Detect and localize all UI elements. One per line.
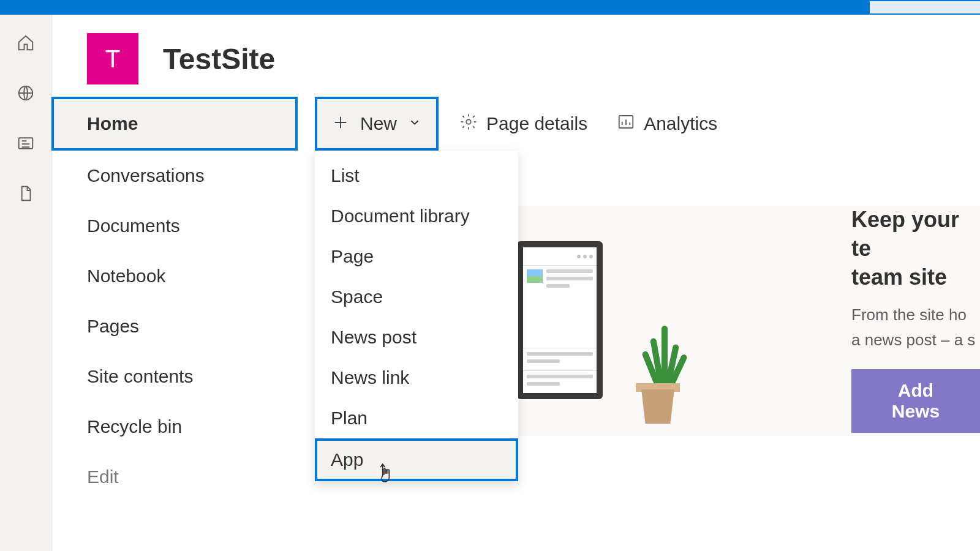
nav-item-pages[interactable]: Pages [51, 301, 315, 351]
plus-icon [332, 114, 349, 133]
new-button[interactable]: New [315, 97, 439, 151]
nav-item-site-contents[interactable]: Site contents [51, 351, 315, 402]
nav-edit-link[interactable]: Edit [51, 452, 315, 502]
page-details-button[interactable]: Page details [446, 113, 601, 135]
nav-item-home[interactable]: Home [51, 97, 298, 151]
site-logo[interactable]: T [87, 33, 138, 84]
analytics-label: Analytics [644, 113, 717, 134]
new-menu-list[interactable]: List [315, 156, 518, 196]
document-icon[interactable] [16, 184, 36, 203]
nav-item-conversations[interactable]: Conversations [51, 151, 315, 201]
command-bar: New Page details [315, 97, 980, 151]
plant-illustration [633, 326, 682, 424]
body-area: Home Conversations Documents Notebook Pa… [51, 97, 980, 551]
nav-item-documents[interactable]: Documents [51, 201, 315, 251]
add-news-button[interactable]: Add News [851, 369, 980, 433]
new-menu-news-post[interactable]: News post [315, 317, 518, 358]
svg-point-2 [466, 119, 471, 124]
news-text-panel: Keep your te team site From the site ho … [851, 206, 980, 436]
gear-icon [459, 113, 478, 135]
news-body-line2: a news post – a s [851, 329, 980, 351]
chevron-down-icon [408, 116, 421, 132]
cursor-pointer-icon [377, 463, 393, 487]
tablet-illustration [517, 241, 609, 400]
new-menu-app[interactable]: App [315, 438, 518, 481]
site-title: TestSite [163, 42, 275, 76]
new-menu-plan[interactable]: Plan [315, 398, 518, 438]
news-heading-line2: team site [851, 263, 980, 292]
main: T TestSite Home Conversations Documents … [51, 15, 980, 551]
new-menu-news-link[interactable]: News link [315, 358, 518, 398]
content-column: New Page details [315, 97, 980, 551]
search-region[interactable] [870, 1, 980, 13]
news-icon[interactable] [16, 133, 36, 153]
new-menu-dropdown: List Document library Page Space News po… [315, 151, 518, 481]
analytics-icon [617, 113, 635, 135]
new-menu-page[interactable]: Page [315, 236, 518, 277]
new-menu-space[interactable]: Space [315, 277, 518, 317]
suite-bar [0, 0, 980, 15]
nav-item-notebook[interactable]: Notebook [51, 251, 315, 301]
globe-icon[interactable] [16, 83, 36, 103]
quick-launch-nav: Home Conversations Documents Notebook Pa… [51, 97, 315, 551]
app-rail [0, 15, 51, 551]
new-button-label: New [360, 113, 397, 134]
analytics-button[interactable]: Analytics [603, 113, 731, 135]
new-menu-app-label: App [331, 449, 363, 470]
nav-item-recycle-bin[interactable]: Recycle bin [51, 402, 315, 452]
new-menu-document-library[interactable]: Document library [315, 196, 518, 236]
site-header: T TestSite [51, 15, 980, 97]
home-icon[interactable] [16, 33, 36, 53]
news-heading-line1: Keep your te [851, 206, 980, 263]
page-details-label: Page details [486, 113, 587, 134]
news-body-line1: From the site ho [851, 304, 980, 326]
app-container: T TestSite Home Conversations Documents … [0, 15, 980, 551]
